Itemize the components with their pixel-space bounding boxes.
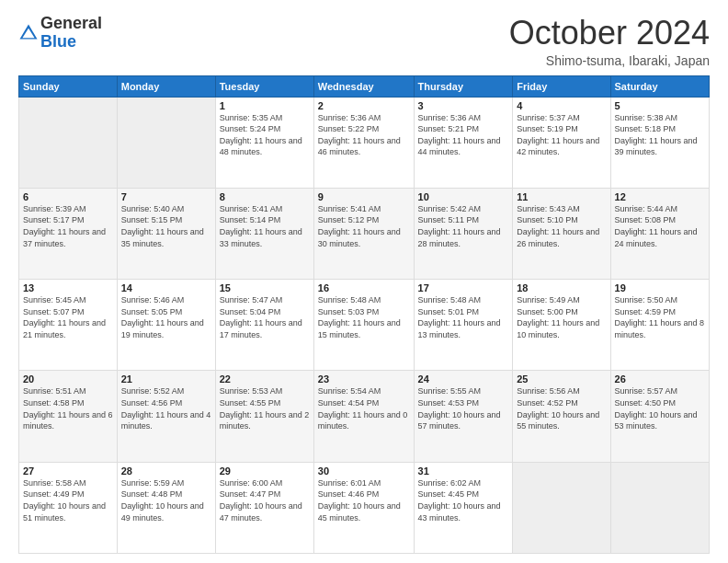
calendar-cell: 4Sunrise: 5:37 AM Sunset: 5:19 PM Daylig… bbox=[513, 97, 610, 188]
calendar-cell: 6Sunrise: 5:39 AM Sunset: 5:17 PM Daylig… bbox=[19, 188, 118, 279]
day-info: Sunrise: 5:56 AM Sunset: 4:52 PM Dayligh… bbox=[517, 385, 606, 431]
day-number: 4 bbox=[517, 100, 606, 111]
col-tuesday: Tuesday bbox=[215, 75, 313, 97]
calendar-cell: 5Sunrise: 5:38 AM Sunset: 5:18 PM Daylig… bbox=[610, 97, 709, 188]
day-info: Sunrise: 5:59 AM Sunset: 4:48 PM Dayligh… bbox=[121, 477, 211, 523]
calendar-cell: 8Sunrise: 5:41 AM Sunset: 5:14 PM Daylig… bbox=[215, 188, 313, 279]
calendar-cell: 11Sunrise: 5:43 AM Sunset: 5:10 PM Dayli… bbox=[513, 188, 610, 279]
day-number: 30 bbox=[318, 465, 410, 477]
day-info: Sunrise: 5:37 AM Sunset: 5:19 PM Dayligh… bbox=[517, 112, 606, 158]
calendar-cell: 15Sunrise: 5:47 AM Sunset: 5:04 PM Dayli… bbox=[215, 280, 313, 371]
week-row: 1Sunrise: 5:35 AM Sunset: 5:24 PM Daylig… bbox=[19, 97, 710, 188]
week-row: 27Sunrise: 5:58 AM Sunset: 4:49 PM Dayli… bbox=[19, 462, 710, 553]
day-info: Sunrise: 5:51 AM Sunset: 4:58 PM Dayligh… bbox=[23, 385, 113, 431]
day-info: Sunrise: 5:55 AM Sunset: 4:53 PM Dayligh… bbox=[418, 385, 509, 431]
day-number: 11 bbox=[517, 191, 606, 202]
day-info: Sunrise: 5:41 AM Sunset: 5:12 PM Dayligh… bbox=[318, 203, 410, 249]
logo-general: General bbox=[40, 14, 102, 32]
calendar-cell bbox=[513, 462, 610, 553]
day-number: 27 bbox=[23, 465, 113, 477]
day-number: 26 bbox=[615, 373, 705, 385]
calendar-cell: 23Sunrise: 5:54 AM Sunset: 4:54 PM Dayli… bbox=[313, 371, 414, 462]
day-info: Sunrise: 5:49 AM Sunset: 5:00 PM Dayligh… bbox=[517, 294, 606, 340]
day-number: 21 bbox=[121, 373, 211, 385]
day-number: 3 bbox=[418, 100, 509, 111]
day-number: 8 bbox=[220, 191, 310, 202]
day-number: 13 bbox=[23, 282, 113, 293]
col-sunday: Sunday bbox=[19, 75, 118, 97]
day-info: Sunrise: 5:44 AM Sunset: 5:08 PM Dayligh… bbox=[615, 203, 705, 249]
day-info: Sunrise: 5:42 AM Sunset: 5:11 PM Dayligh… bbox=[418, 203, 509, 249]
day-info: Sunrise: 5:54 AM Sunset: 4:54 PM Dayligh… bbox=[318, 385, 410, 431]
generalblue-icon bbox=[18, 23, 39, 43]
calendar-header: Sunday Monday Tuesday Wednesday Thursday… bbox=[19, 75, 710, 97]
calendar-cell: 25Sunrise: 5:56 AM Sunset: 4:52 PM Dayli… bbox=[513, 371, 610, 462]
day-number: 29 bbox=[220, 465, 310, 477]
calendar-cell: 2Sunrise: 5:36 AM Sunset: 5:22 PM Daylig… bbox=[313, 97, 414, 188]
location: Shimo-tsuma, Ibaraki, Japan bbox=[509, 53, 710, 68]
col-saturday: Saturday bbox=[610, 75, 709, 97]
day-number: 7 bbox=[121, 191, 211, 202]
day-info: Sunrise: 5:40 AM Sunset: 5:15 PM Dayligh… bbox=[121, 203, 211, 249]
week-row: 20Sunrise: 5:51 AM Sunset: 4:58 PM Dayli… bbox=[19, 371, 710, 462]
calendar-cell: 31Sunrise: 6:02 AM Sunset: 4:45 PM Dayli… bbox=[414, 462, 513, 553]
logo-text: General Blue bbox=[40, 15, 102, 52]
day-info: Sunrise: 5:35 AM Sunset: 5:24 PM Dayligh… bbox=[220, 112, 310, 158]
calendar-cell: 14Sunrise: 5:46 AM Sunset: 5:05 PM Dayli… bbox=[117, 280, 215, 371]
day-number: 31 bbox=[418, 465, 509, 477]
day-info: Sunrise: 5:39 AM Sunset: 5:17 PM Dayligh… bbox=[23, 203, 113, 249]
calendar-cell: 24Sunrise: 5:55 AM Sunset: 4:53 PM Dayli… bbox=[414, 371, 513, 462]
day-info: Sunrise: 5:43 AM Sunset: 5:10 PM Dayligh… bbox=[517, 203, 606, 249]
month-title: October 2024 bbox=[509, 15, 710, 52]
day-info: Sunrise: 5:58 AM Sunset: 4:49 PM Dayligh… bbox=[23, 477, 113, 523]
calendar-table: Sunday Monday Tuesday Wednesday Thursday… bbox=[18, 75, 710, 554]
calendar-cell: 17Sunrise: 5:48 AM Sunset: 5:01 PM Dayli… bbox=[414, 280, 513, 371]
calendar-cell: 7Sunrise: 5:40 AM Sunset: 5:15 PM Daylig… bbox=[117, 188, 215, 279]
day-number: 5 bbox=[615, 100, 705, 111]
day-number: 2 bbox=[318, 100, 410, 111]
header-row: Sunday Monday Tuesday Wednesday Thursday… bbox=[19, 75, 710, 97]
calendar-cell: 10Sunrise: 5:42 AM Sunset: 5:11 PM Dayli… bbox=[414, 188, 513, 279]
day-info: Sunrise: 6:01 AM Sunset: 4:46 PM Dayligh… bbox=[318, 477, 410, 523]
day-number: 24 bbox=[418, 373, 509, 385]
calendar-cell: 29Sunrise: 6:00 AM Sunset: 4:47 PM Dayli… bbox=[215, 462, 313, 553]
calendar-cell: 21Sunrise: 5:52 AM Sunset: 4:56 PM Dayli… bbox=[117, 371, 215, 462]
title-block: October 2024 Shimo-tsuma, Ibaraki, Japan bbox=[509, 15, 710, 68]
calendar-cell: 1Sunrise: 5:35 AM Sunset: 5:24 PM Daylig… bbox=[215, 97, 313, 188]
calendar-cell: 30Sunrise: 6:01 AM Sunset: 4:46 PM Dayli… bbox=[313, 462, 414, 553]
col-thursday: Thursday bbox=[414, 75, 513, 97]
calendar-cell: 12Sunrise: 5:44 AM Sunset: 5:08 PM Dayli… bbox=[610, 188, 709, 279]
day-info: Sunrise: 5:45 AM Sunset: 5:07 PM Dayligh… bbox=[23, 294, 113, 340]
day-number: 12 bbox=[615, 191, 705, 202]
day-info: Sunrise: 5:36 AM Sunset: 5:21 PM Dayligh… bbox=[418, 112, 509, 158]
day-info: Sunrise: 5:46 AM Sunset: 5:05 PM Dayligh… bbox=[121, 294, 211, 340]
logo-blue: Blue bbox=[40, 32, 76, 51]
day-info: Sunrise: 5:48 AM Sunset: 5:01 PM Dayligh… bbox=[418, 294, 509, 340]
day-info: Sunrise: 5:47 AM Sunset: 5:04 PM Dayligh… bbox=[220, 294, 310, 340]
day-info: Sunrise: 5:41 AM Sunset: 5:14 PM Dayligh… bbox=[220, 203, 310, 249]
header: General Blue October 2024 Shimo-tsuma, I… bbox=[18, 15, 710, 68]
day-info: Sunrise: 5:38 AM Sunset: 5:18 PM Dayligh… bbox=[615, 112, 705, 158]
calendar-body: 1Sunrise: 5:35 AM Sunset: 5:24 PM Daylig… bbox=[19, 97, 710, 553]
calendar-cell: 16Sunrise: 5:48 AM Sunset: 5:03 PM Dayli… bbox=[313, 280, 414, 371]
day-info: Sunrise: 5:36 AM Sunset: 5:22 PM Dayligh… bbox=[318, 112, 410, 158]
col-friday: Friday bbox=[513, 75, 610, 97]
day-number: 28 bbox=[121, 465, 211, 477]
day-number: 6 bbox=[23, 191, 113, 202]
col-wednesday: Wednesday bbox=[313, 75, 414, 97]
day-number: 9 bbox=[318, 191, 410, 202]
calendar-cell: 27Sunrise: 5:58 AM Sunset: 4:49 PM Dayli… bbox=[19, 462, 118, 553]
day-number: 19 bbox=[615, 282, 705, 293]
logo: General Blue bbox=[18, 15, 102, 52]
day-number: 18 bbox=[517, 282, 606, 293]
day-info: Sunrise: 5:52 AM Sunset: 4:56 PM Dayligh… bbox=[121, 385, 211, 431]
day-number: 10 bbox=[418, 191, 509, 202]
day-info: Sunrise: 6:02 AM Sunset: 4:45 PM Dayligh… bbox=[418, 477, 509, 523]
day-number: 1 bbox=[220, 100, 310, 111]
day-number: 23 bbox=[318, 373, 410, 385]
day-info: Sunrise: 5:57 AM Sunset: 4:50 PM Dayligh… bbox=[615, 385, 705, 431]
calendar-cell: 28Sunrise: 5:59 AM Sunset: 4:48 PM Dayli… bbox=[117, 462, 215, 553]
calendar-cell: 18Sunrise: 5:49 AM Sunset: 5:00 PM Dayli… bbox=[513, 280, 610, 371]
day-number: 25 bbox=[517, 373, 606, 385]
day-number: 15 bbox=[220, 282, 310, 293]
